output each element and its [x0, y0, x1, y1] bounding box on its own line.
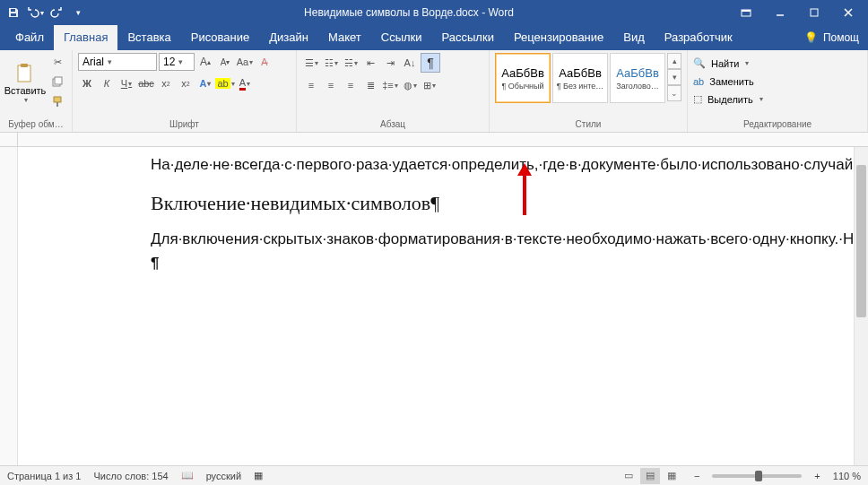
- increase-indent-icon[interactable]: ⇥: [381, 54, 399, 72]
- tab-draw[interactable]: Рисование: [181, 25, 259, 50]
- status-words[interactable]: Число слов: 154: [93, 471, 168, 481]
- align-right-icon[interactable]: ≡: [342, 76, 360, 94]
- group-paragraph: ☰▾ ☷▾ ☵▾ ⇤ ⇥ A↓ ¶ ≡ ≡ ≡ ≣ ‡≡▾ ◍▾ ⊞▾ Абза…: [297, 50, 490, 132]
- numbering-icon[interactable]: ☷▾: [322, 54, 340, 72]
- close-icon[interactable]: [832, 0, 864, 25]
- font-color-icon[interactable]: A▾: [236, 74, 254, 92]
- group-font-label: Шрифт: [78, 117, 291, 131]
- horizontal-ruler[interactable]: [0, 133, 868, 147]
- status-page[interactable]: Страница 1 из 1: [7, 471, 81, 481]
- shading-icon[interactable]: ◍▾: [401, 76, 419, 94]
- tab-layout[interactable]: Макет: [318, 25, 371, 50]
- format-painter-icon[interactable]: [48, 92, 66, 110]
- paste-button[interactable]: Вставить ▾: [5, 53, 45, 112]
- multilevel-icon[interactable]: ☵▾: [342, 54, 360, 72]
- style-no-spacing[interactable]: АаБбВв¶ Без инте…: [552, 53, 608, 103]
- subscript-button[interactable]: x2: [157, 74, 175, 92]
- svg-rect-7: [21, 64, 28, 67]
- zoom-out-icon[interactable]: −: [694, 471, 699, 481]
- read-mode-icon[interactable]: ▭: [619, 468, 638, 484]
- print-layout-icon[interactable]: ▤: [640, 468, 660, 484]
- status-macro-icon[interactable]: ▦: [254, 470, 263, 481]
- statusbar: Страница 1 из 1 Число слов: 154 📖 русски…: [0, 465, 868, 485]
- bold-button[interactable]: Ж: [78, 74, 96, 92]
- grow-font-icon[interactable]: A▴: [196, 53, 214, 71]
- decrease-indent-icon[interactable]: ⇤: [361, 54, 379, 72]
- search-icon: 🔍: [693, 57, 706, 69]
- scroll-thumb[interactable]: [856, 165, 866, 317]
- window-controls: [730, 0, 864, 25]
- undo-icon[interactable]: ▾: [25, 3, 45, 22]
- borders-icon[interactable]: ⊞▾: [421, 76, 438, 94]
- change-case-icon[interactable]: Aa▾: [236, 53, 254, 71]
- align-center-icon[interactable]: ≡: [322, 76, 340, 94]
- cut-icon[interactable]: ✂: [48, 53, 66, 71]
- redo-icon[interactable]: [47, 3, 66, 22]
- tab-home[interactable]: Главная: [54, 25, 117, 50]
- status-proofing-icon[interactable]: 📖: [181, 470, 194, 481]
- tell-me-label: Помощ: [823, 31, 859, 44]
- justify-icon[interactable]: ≣: [361, 76, 379, 94]
- replace-button[interactable]: abЗаменить: [693, 73, 754, 90]
- tab-references[interactable]: Ссылки: [371, 25, 432, 50]
- tab-mailings[interactable]: Рассылки: [432, 25, 504, 50]
- group-paragraph-label: Абзац: [302, 117, 483, 131]
- style-heading1[interactable]: АаБбВвЗаголово…: [610, 53, 665, 103]
- find-button[interactable]: 🔍Найти▾: [693, 55, 749, 72]
- italic-button[interactable]: К: [98, 74, 116, 92]
- superscript-button[interactable]: x2: [177, 74, 195, 92]
- underline-button[interactable]: Ч▾: [117, 74, 135, 92]
- show-hide-marks-button[interactable]: ¶: [421, 53, 440, 73]
- minimize-icon[interactable]: [764, 0, 796, 25]
- group-clipboard: Вставить ▾ ✂ Буфер обм…: [0, 50, 73, 132]
- document-scroll[interactable]: На·деле·не·всегда·с·первого·раза·удается…: [18, 147, 854, 465]
- tab-file[interactable]: Файл: [5, 25, 54, 50]
- save-icon[interactable]: [4, 3, 23, 22]
- qat-customize-icon[interactable]: ▾: [68, 3, 88, 22]
- font-size-combo[interactable]: 12▾: [159, 53, 195, 71]
- zoom-in-icon[interactable]: +: [814, 471, 820, 481]
- strikethrough-button[interactable]: abc: [137, 74, 155, 92]
- line-spacing-icon[interactable]: ‡≡▾: [381, 76, 399, 94]
- status-language[interactable]: русский: [206, 471, 241, 481]
- zoom-slider[interactable]: [712, 474, 802, 478]
- zoom-level[interactable]: 110 %: [833, 471, 861, 481]
- web-layout-icon[interactable]: ▦: [662, 468, 681, 484]
- clear-format-icon[interactable]: A̶: [256, 53, 273, 71]
- bullets-icon[interactable]: ☰▾: [302, 54, 320, 72]
- tab-review[interactable]: Рецензирование: [504, 25, 613, 50]
- svg-rect-1: [11, 13, 16, 16]
- sort-icon[interactable]: A↓: [401, 54, 419, 72]
- style-scroll-down-icon[interactable]: ▾: [667, 69, 681, 85]
- replace-icon: ab: [693, 76, 704, 87]
- view-buttons: ▭ ▤ ▦: [619, 468, 681, 484]
- shrink-font-icon[interactable]: A▾: [216, 53, 234, 71]
- style-expand-icon[interactable]: ⌄: [667, 85, 681, 101]
- style-scroll-up-icon[interactable]: ▴: [667, 53, 681, 69]
- text-effects-icon[interactable]: A▾: [196, 74, 214, 92]
- tab-view[interactable]: Вид: [613, 25, 655, 50]
- zoom-thumb[interactable]: [755, 471, 762, 481]
- group-styles: АаБбВв¶ Обычный АаБбВв¶ Без инте… АаБбВв…: [490, 50, 688, 132]
- tell-me[interactable]: 💡 Помощ: [795, 25, 868, 50]
- svg-rect-9: [55, 77, 62, 84]
- select-button[interactable]: ⬚Выделить▾: [693, 91, 763, 108]
- ribbon-display-icon[interactable]: [730, 0, 762, 25]
- quick-access-toolbar: ▾ ▾: [4, 3, 88, 22]
- page-content[interactable]: На·деле·не·всегда·с·первого·раза·удается…: [18, 147, 854, 296]
- vertical-ruler[interactable]: [0, 147, 18, 465]
- ribbon: Вставить ▾ ✂ Буфер обм… Arial▾ 12▾ A▴ A▾…: [0, 50, 868, 133]
- maximize-icon[interactable]: [798, 0, 830, 25]
- vertical-scrollbar[interactable]: [854, 147, 868, 465]
- font-name-combo[interactable]: Arial▾: [78, 53, 157, 71]
- align-left-icon[interactable]: ≡: [302, 76, 320, 94]
- tab-design[interactable]: Дизайн: [259, 25, 318, 50]
- paragraph-body: На·деле·не·всегда·с·первого·раза·удается…: [151, 154, 773, 176]
- group-editing: 🔍Найти▾ abЗаменить ⬚Выделить▾ Редактиров…: [688, 50, 868, 132]
- style-normal[interactable]: АаБбВв¶ Обычный: [495, 53, 551, 103]
- tab-insert[interactable]: Вставка: [117, 25, 180, 50]
- cursor-paragraph: ¶: [151, 253, 773, 274]
- copy-icon[interactable]: [48, 73, 66, 91]
- tab-developer[interactable]: Разработчик: [655, 25, 742, 50]
- highlight-icon[interactable]: ab▾: [216, 74, 234, 92]
